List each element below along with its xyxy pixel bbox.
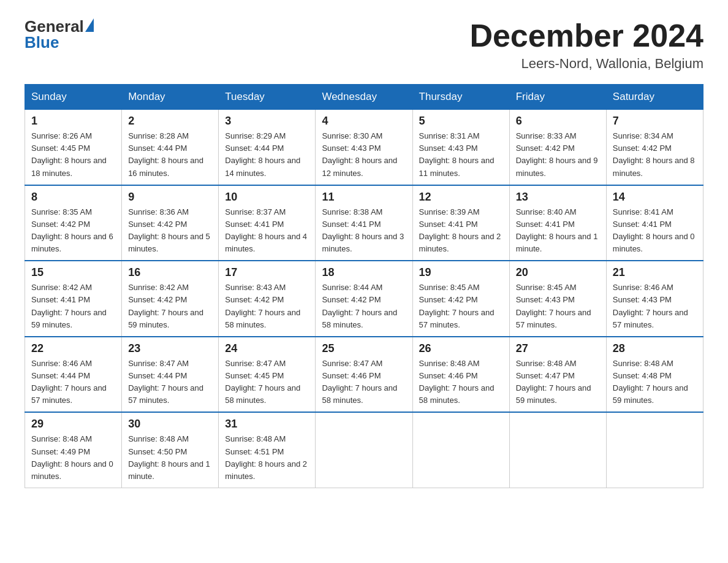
calendar-cell: 23 Sunrise: 8:47 AMSunset: 4:44 PMDaylig… [122, 337, 219, 413]
calendar-cell: 20 Sunrise: 8:45 AMSunset: 4:43 PMDaylig… [509, 261, 606, 337]
day-number: 22 [31, 342, 115, 355]
day-info: Sunrise: 8:43 AMSunset: 4:42 PMDaylight:… [225, 283, 300, 329]
location-title: Leers-Nord, Wallonia, Belgium [469, 56, 703, 72]
day-info: Sunrise: 8:48 AMSunset: 4:47 PMDaylight:… [516, 359, 591, 405]
calendar-cell: 8 Sunrise: 8:35 AMSunset: 4:42 PMDayligh… [25, 185, 122, 261]
calendar-cell: 2 Sunrise: 8:28 AMSunset: 4:44 PMDayligh… [122, 110, 219, 185]
calendar-week-row: 22 Sunrise: 8:46 AMSunset: 4:44 PMDaylig… [25, 337, 703, 413]
calendar-cell: 6 Sunrise: 8:33 AMSunset: 4:42 PMDayligh… [509, 110, 606, 185]
day-number: 6 [516, 115, 600, 128]
calendar-cell: 14 Sunrise: 8:41 AMSunset: 4:41 PMDaylig… [606, 185, 703, 261]
day-info: Sunrise: 8:42 AMSunset: 4:41 PMDaylight:… [31, 283, 107, 329]
day-number: 4 [322, 115, 406, 128]
day-info: Sunrise: 8:46 AMSunset: 4:43 PMDaylight:… [613, 283, 688, 329]
calendar-cell: 29 Sunrise: 8:48 AMSunset: 4:49 PMDaylig… [25, 412, 122, 488]
day-number: 9 [128, 191, 212, 204]
calendar-cell: 15 Sunrise: 8:42 AMSunset: 4:41 PMDaylig… [25, 261, 122, 337]
day-number: 23 [128, 342, 212, 355]
logo-blue-text: Blue [25, 34, 94, 50]
day-number: 3 [225, 115, 309, 128]
day-info: Sunrise: 8:34 AMSunset: 4:42 PMDaylight:… [613, 131, 695, 177]
calendar-cell [316, 412, 412, 488]
day-info: Sunrise: 8:39 AMSunset: 4:41 PMDaylight:… [419, 207, 501, 253]
column-header-saturday: Saturday [606, 85, 703, 110]
day-info: Sunrise: 8:35 AMSunset: 4:42 PMDaylight:… [31, 207, 113, 253]
day-number: 25 [322, 342, 406, 355]
day-number: 16 [128, 266, 212, 279]
calendar-cell: 11 Sunrise: 8:38 AMSunset: 4:41 PMDaylig… [316, 185, 412, 261]
day-number: 14 [613, 191, 697, 204]
day-info: Sunrise: 8:37 AMSunset: 4:41 PMDaylight:… [225, 207, 307, 253]
day-info: Sunrise: 8:47 AMSunset: 4:46 PMDaylight:… [322, 359, 397, 405]
column-header-thursday: Thursday [412, 85, 509, 110]
day-info: Sunrise: 8:47 AMSunset: 4:44 PMDaylight:… [128, 359, 203, 405]
calendar-week-row: 8 Sunrise: 8:35 AMSunset: 4:42 PMDayligh… [25, 185, 703, 261]
calendar-cell [606, 412, 703, 488]
calendar-cell: 27 Sunrise: 8:48 AMSunset: 4:47 PMDaylig… [509, 337, 606, 413]
column-header-wednesday: Wednesday [316, 85, 412, 110]
day-info: Sunrise: 8:29 AMSunset: 4:44 PMDaylight:… [225, 131, 300, 177]
calendar-cell: 12 Sunrise: 8:39 AMSunset: 4:41 PMDaylig… [412, 185, 509, 261]
day-number: 20 [516, 266, 600, 279]
calendar-cell: 18 Sunrise: 8:44 AMSunset: 4:42 PMDaylig… [316, 261, 412, 337]
day-info: Sunrise: 8:31 AMSunset: 4:43 PMDaylight:… [419, 131, 495, 177]
logo: General Blue [25, 18, 94, 50]
calendar-cell: 31 Sunrise: 8:48 AMSunset: 4:51 PMDaylig… [219, 412, 316, 488]
calendar-cell: 9 Sunrise: 8:36 AMSunset: 4:42 PMDayligh… [122, 185, 219, 261]
calendar-cell: 26 Sunrise: 8:48 AMSunset: 4:46 PMDaylig… [412, 337, 509, 413]
calendar-cell: 19 Sunrise: 8:45 AMSunset: 4:42 PMDaylig… [412, 261, 509, 337]
calendar-cell: 16 Sunrise: 8:42 AMSunset: 4:42 PMDaylig… [122, 261, 219, 337]
day-number: 30 [128, 418, 212, 431]
calendar-cell: 7 Sunrise: 8:34 AMSunset: 4:42 PMDayligh… [606, 110, 703, 185]
day-number: 21 [613, 266, 697, 279]
day-info: Sunrise: 8:48 AMSunset: 4:50 PMDaylight:… [128, 434, 210, 480]
day-info: Sunrise: 8:26 AMSunset: 4:45 PMDaylight:… [31, 131, 107, 177]
column-header-tuesday: Tuesday [219, 85, 316, 110]
day-info: Sunrise: 8:45 AMSunset: 4:43 PMDaylight:… [516, 283, 591, 329]
day-number: 19 [419, 266, 503, 279]
day-info: Sunrise: 8:44 AMSunset: 4:42 PMDaylight:… [322, 283, 397, 329]
day-number: 10 [225, 191, 309, 204]
column-header-friday: Friday [509, 85, 606, 110]
logo-general-text: General [25, 18, 84, 34]
day-number: 15 [31, 266, 115, 279]
calendar-cell: 13 Sunrise: 8:40 AMSunset: 4:41 PMDaylig… [509, 185, 606, 261]
title-area: December 2024 Leers-Nord, Wallonia, Belg… [469, 18, 703, 72]
calendar-cell [509, 412, 606, 488]
day-info: Sunrise: 8:48 AMSunset: 4:46 PMDaylight:… [419, 359, 495, 405]
calendar-cell: 22 Sunrise: 8:46 AMSunset: 4:44 PMDaylig… [25, 337, 122, 413]
calendar-cell: 10 Sunrise: 8:37 AMSunset: 4:41 PMDaylig… [219, 185, 316, 261]
day-number: 11 [322, 191, 406, 204]
day-number: 26 [419, 342, 503, 355]
day-number: 27 [516, 342, 600, 355]
month-title: December 2024 [469, 18, 703, 53]
calendar-cell: 21 Sunrise: 8:46 AMSunset: 4:43 PMDaylig… [606, 261, 703, 337]
calendar-cell: 4 Sunrise: 8:30 AMSunset: 4:43 PMDayligh… [316, 110, 412, 185]
day-number: 29 [31, 418, 115, 431]
header: General Blue December 2024 Leers-Nord, W… [25, 18, 703, 72]
calendar-week-row: 29 Sunrise: 8:48 AMSunset: 4:49 PMDaylig… [25, 412, 703, 488]
calendar-header-row: SundayMondayTuesdayWednesdayThursdayFrid… [25, 85, 703, 110]
logo-triangle-icon [85, 18, 94, 32]
day-info: Sunrise: 8:38 AMSunset: 4:41 PMDaylight:… [322, 207, 404, 253]
day-number: 7 [613, 115, 697, 128]
day-number: 28 [613, 342, 697, 355]
day-info: Sunrise: 8:48 AMSunset: 4:48 PMDaylight:… [613, 359, 688, 405]
day-number: 2 [128, 115, 212, 128]
day-number: 5 [419, 115, 503, 128]
day-number: 13 [516, 191, 600, 204]
calendar-cell: 24 Sunrise: 8:47 AMSunset: 4:45 PMDaylig… [219, 337, 316, 413]
day-number: 12 [419, 191, 503, 204]
day-info: Sunrise: 8:33 AMSunset: 4:42 PMDaylight:… [516, 131, 598, 177]
day-number: 31 [225, 418, 309, 431]
day-number: 18 [322, 266, 406, 279]
day-info: Sunrise: 8:28 AMSunset: 4:44 PMDaylight:… [128, 131, 203, 177]
day-number: 24 [225, 342, 309, 355]
calendar-cell: 17 Sunrise: 8:43 AMSunset: 4:42 PMDaylig… [219, 261, 316, 337]
calendar-cell: 25 Sunrise: 8:47 AMSunset: 4:46 PMDaylig… [316, 337, 412, 413]
calendar-cell: 5 Sunrise: 8:31 AMSunset: 4:43 PMDayligh… [412, 110, 509, 185]
calendar-cell [412, 412, 509, 488]
day-number: 17 [225, 266, 309, 279]
column-header-monday: Monday [122, 85, 219, 110]
day-number: 1 [31, 115, 115, 128]
